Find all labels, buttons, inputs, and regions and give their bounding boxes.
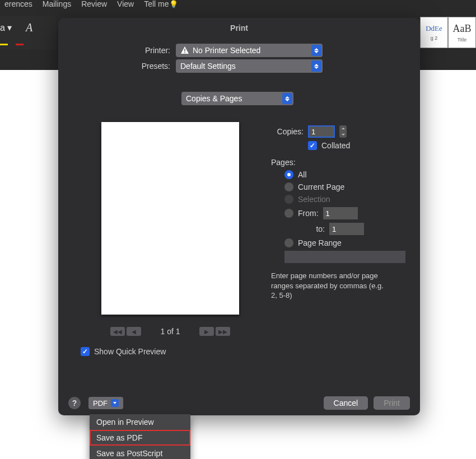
pages-current-radio[interactable]	[284, 182, 293, 191]
copies-stepper[interactable]	[339, 125, 347, 138]
pages-selection-radio	[284, 195, 293, 204]
page-indicator: 1 of 1	[148, 327, 193, 336]
pages-range-hint: Enter page numbers and/or page ranges se…	[271, 271, 389, 301]
presets-value: Default Settings	[180, 62, 236, 71]
font-tools: a ▾ A	[0, 16, 56, 49]
pdf-dropdown-button[interactable]: PDF	[88, 397, 123, 409]
pages-all-label: All	[298, 170, 307, 179]
copies-label: Copies:	[271, 127, 304, 136]
presets-label: Presets:	[58, 62, 176, 71]
copies-input[interactable]	[308, 125, 335, 138]
menu-save-as-pdf[interactable]: Save as PDF	[90, 430, 190, 446]
dialog-title: Print	[58, 18, 420, 41]
tab-tell-me[interactable]: Tell me	[144, 0, 169, 8]
dropdown-arrows-icon	[311, 45, 321, 56]
style-gallery: DdEe g 2 AaB Title	[420, 17, 476, 50]
menu-open-in-preview[interactable]: Open in Preview	[90, 414, 190, 430]
tab-references[interactable]: erences	[4, 0, 32, 8]
printer-label: Printer:	[58, 46, 176, 55]
font-color-swatch[interactable]	[16, 44, 24, 45]
collated-label: Collated	[321, 141, 350, 150]
font-size-icon[interactable]: a ▾	[0, 22, 12, 33]
printer-value: No Printer Selected	[193, 46, 260, 55]
collated-checkbox[interactable]	[308, 141, 317, 150]
pages-from-label: From:	[298, 209, 319, 218]
chevron-down-icon	[111, 399, 119, 407]
pdf-menu: Open in Preview Save as PDF Save as Post…	[90, 414, 190, 459]
pages-all-radio[interactable]	[284, 170, 293, 179]
pages-range-input[interactable]	[284, 251, 405, 263]
svg-rect-1	[184, 52, 185, 53]
ribbon-tabs: erences Mailings Review View 💡 Tell me	[0, 0, 174, 8]
presets-dropdown[interactable]: Default Settings	[176, 59, 323, 73]
pages-to-input[interactable]	[329, 223, 364, 235]
tab-mailings[interactable]: Mailings	[43, 0, 71, 8]
tab-review[interactable]: Review	[81, 0, 107, 8]
section-value: Copies & Pages	[186, 94, 242, 103]
show-quick-preview-label: Show Quick Preview	[94, 347, 166, 356]
last-page-button[interactable]: ▶▶	[216, 327, 230, 336]
style-label: g 2	[431, 35, 438, 41]
printer-dropdown[interactable]: No Printer Selected	[176, 44, 323, 57]
pages-range-label: Page Range	[298, 238, 342, 247]
highlight-color-swatch[interactable]	[0, 44, 8, 45]
pages-to-label: to:	[298, 224, 325, 233]
pdf-label: PDF	[93, 399, 108, 408]
style-sample: DdEe	[426, 24, 442, 33]
pages-from-input[interactable]	[323, 207, 358, 219]
print-button[interactable]: Print	[374, 396, 410, 410]
svg-rect-0	[184, 49, 185, 51]
section-dropdown[interactable]: Copies & Pages	[181, 92, 293, 105]
dropdown-arrows-icon	[282, 93, 292, 104]
first-page-button[interactable]: ◀◀	[110, 327, 125, 336]
cancel-button[interactable]: Cancel	[324, 396, 368, 410]
show-quick-preview-checkbox[interactable]	[81, 347, 90, 356]
style-tile-title[interactable]: AaB Title	[448, 17, 476, 48]
print-dialog: Print Printer: No Printer Selected Prese…	[58, 18, 420, 415]
style-label: Title	[458, 37, 467, 43]
pages-range-radio[interactable]	[284, 238, 293, 247]
help-button[interactable]: ?	[68, 397, 81, 409]
pages-current-label: Current Page	[298, 182, 344, 191]
tab-view[interactable]: View	[117, 0, 134, 8]
page-preview	[101, 122, 239, 315]
warning-icon	[180, 46, 189, 55]
lightbulb-icon: 💡	[169, 0, 178, 8]
next-page-button[interactable]: ▶	[199, 327, 214, 336]
menu-save-as-postscript[interactable]: Save as PostScript	[90, 446, 190, 459]
pages-from-radio[interactable]	[284, 209, 293, 218]
pages-header: Pages:	[271, 158, 405, 167]
pages-selection-label: Selection	[298, 195, 330, 204]
style-sample: AaB	[453, 23, 472, 35]
style-tile-heading2[interactable]: DdEe g 2	[420, 17, 448, 48]
prev-page-button[interactable]: ◀	[127, 327, 141, 336]
font-style-icon[interactable]: A	[26, 21, 32, 34]
dropdown-arrows-icon	[311, 60, 321, 72]
